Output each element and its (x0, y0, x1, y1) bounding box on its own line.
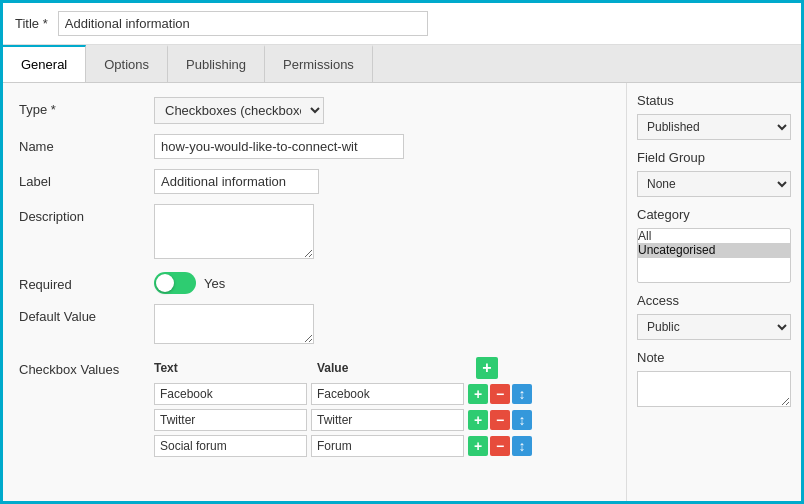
cb-remove-btn-3[interactable]: − (490, 436, 510, 456)
description-label: Description (19, 204, 154, 224)
default-value-control (154, 304, 610, 347)
cb-btns-2: + − ↕ (468, 410, 532, 430)
main-panel: Type * Checkboxes (checkboxes) Name Labe… (3, 83, 626, 504)
tab-general[interactable]: General (3, 45, 86, 82)
cb-row-1: + − ↕ (154, 383, 610, 405)
type-label: Type * (19, 97, 154, 117)
category-option-uncategorised[interactable]: Uncategorised (638, 243, 790, 257)
type-row: Type * Checkboxes (checkboxes) (19, 97, 610, 124)
name-label: Name (19, 134, 154, 154)
default-value-row: Default Value (19, 304, 610, 347)
checkbox-values-control: Text Value + + − ↕ (154, 357, 610, 461)
access-section: Access Public (637, 293, 791, 350)
content-area: Type * Checkboxes (checkboxes) Name Labe… (3, 83, 801, 504)
cb-row-3: + − ↕ (154, 435, 610, 457)
cb-text-input-2[interactable] (154, 409, 307, 431)
tab-publishing[interactable]: Publishing (168, 45, 265, 82)
field-group-select[interactable]: None (637, 171, 791, 197)
note-textarea[interactable] (637, 371, 791, 407)
default-value-textarea[interactable] (154, 304, 314, 344)
cb-row-2: + − ↕ (154, 409, 610, 431)
cb-text-input-3[interactable] (154, 435, 307, 457)
cb-move-btn-1[interactable]: ↕ (512, 384, 532, 404)
name-control (154, 134, 610, 159)
cb-add-btn-3[interactable]: + (468, 436, 488, 456)
cb-add-btn-2[interactable]: + (468, 410, 488, 430)
status-select[interactable]: Published (637, 114, 791, 140)
title-bar: Title * (3, 3, 801, 45)
category-section: Category All Uncategorised (637, 207, 791, 293)
access-title: Access (637, 293, 791, 308)
sidebar-panel: Status Published Field Group None Catego… (626, 83, 801, 504)
note-title: Note (637, 350, 791, 365)
cb-text-header: Text (154, 361, 309, 375)
cb-btns-3: + − ↕ (468, 436, 532, 456)
cb-btns-1: + − ↕ (468, 384, 532, 404)
add-cb-row-button[interactable]: + (476, 357, 498, 379)
toggle-wrap: Yes (154, 272, 610, 294)
cb-move-btn-2[interactable]: ↕ (512, 410, 532, 430)
category-option-all[interactable]: All (638, 229, 790, 243)
name-row: Name (19, 134, 610, 159)
checkbox-values-label: Checkbox Values (19, 357, 154, 377)
cb-move-btn-3[interactable]: ↕ (512, 436, 532, 456)
required-yes-label: Yes (204, 276, 225, 291)
cb-value-input-2[interactable] (311, 409, 464, 431)
type-select[interactable]: Checkboxes (checkboxes) (154, 97, 324, 124)
tabs-bar: General Options Publishing Permissions (3, 45, 801, 83)
status-title: Status (637, 93, 791, 108)
description-textarea[interactable] (154, 204, 314, 259)
title-input[interactable] (58, 11, 428, 36)
cb-remove-btn-1[interactable]: − (490, 384, 510, 404)
tab-options[interactable]: Options (86, 45, 168, 82)
title-label: Title * (15, 16, 48, 31)
tab-permissions[interactable]: Permissions (265, 45, 373, 82)
required-toggle[interactable] (154, 272, 196, 294)
cb-header: Text Value + (154, 357, 610, 379)
status-section: Status Published (637, 93, 791, 150)
field-group-title: Field Group (637, 150, 791, 165)
label-row: Label (19, 169, 610, 194)
field-group-section: Field Group None (637, 150, 791, 207)
description-row: Description (19, 204, 610, 262)
category-listbox[interactable]: All Uncategorised (637, 228, 791, 283)
name-input[interactable] (154, 134, 404, 159)
cb-value-input-3[interactable] (311, 435, 464, 457)
cb-text-input-1[interactable] (154, 383, 307, 405)
label-input[interactable] (154, 169, 319, 194)
cb-value-header: Value (317, 361, 472, 375)
required-row: Required Yes (19, 272, 610, 294)
checkbox-values-row: Checkbox Values Text Value + + − ↕ (19, 357, 610, 461)
label-control (154, 169, 610, 194)
category-title: Category (637, 207, 791, 222)
type-control: Checkboxes (checkboxes) (154, 97, 610, 124)
description-control (154, 204, 610, 262)
required-label: Required (19, 272, 154, 292)
cb-add-btn-1[interactable]: + (468, 384, 488, 404)
required-control: Yes (154, 272, 610, 294)
cb-value-input-1[interactable] (311, 383, 464, 405)
label-label: Label (19, 169, 154, 189)
access-select[interactable]: Public (637, 314, 791, 340)
note-section: Note (637, 350, 791, 410)
cb-remove-btn-2[interactable]: − (490, 410, 510, 430)
default-value-label: Default Value (19, 304, 154, 324)
